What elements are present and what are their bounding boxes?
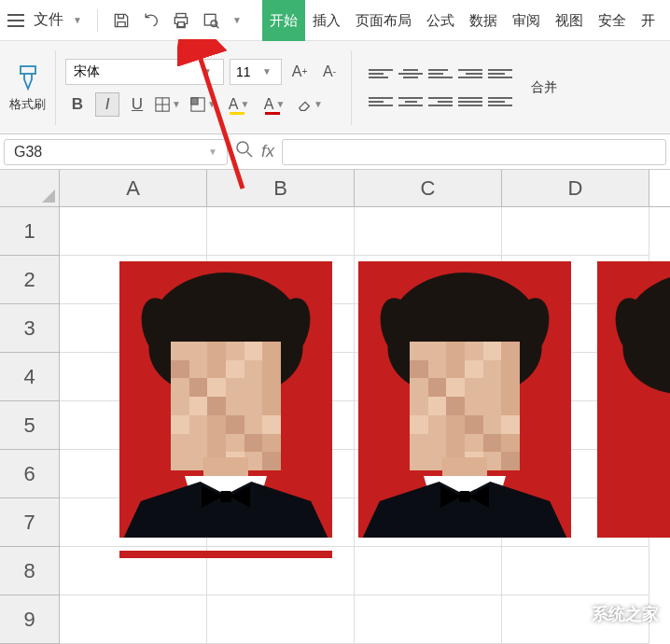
column-header[interactable]: C xyxy=(355,170,502,206)
separator xyxy=(351,50,352,125)
row-header[interactable]: 8 xyxy=(0,547,60,595)
cell[interactable] xyxy=(207,207,355,256)
id-photo[interactable] xyxy=(358,261,571,538)
chevron-down-icon: ▼ xyxy=(262,66,272,77)
chevron-down-icon: ▼ xyxy=(202,66,212,77)
separator xyxy=(97,9,98,32)
tab-bar: 开始 插入 页面布局 公式 数据 审阅 视图 安全 开 xyxy=(262,0,663,41)
save-icon[interactable] xyxy=(109,8,133,33)
fx-icon[interactable]: fx xyxy=(261,142,274,161)
row-header[interactable]: 6 xyxy=(0,450,60,498)
id-photo[interactable] xyxy=(597,261,670,538)
formula-input[interactable] xyxy=(282,139,666,165)
eraser-button[interactable]: ▼ xyxy=(297,92,327,117)
font-size-value: 11 xyxy=(236,64,251,79)
column-header[interactable]: B xyxy=(207,170,355,206)
indent-decrease-icon[interactable] xyxy=(458,64,482,83)
cell[interactable] xyxy=(207,595,355,644)
font-color-button[interactable]: A ▼ xyxy=(261,92,291,117)
align-middle-icon[interactable] xyxy=(398,64,423,83)
preview-icon[interactable] xyxy=(199,8,223,33)
svg-rect-4 xyxy=(21,66,35,74)
row-header[interactable]: 4 xyxy=(0,353,60,401)
cell[interactable] xyxy=(355,547,502,595)
align-justify-icon[interactable] xyxy=(458,92,482,111)
spreadsheet-grid: A B C D 123456789 xyxy=(0,170,670,644)
print-icon[interactable] xyxy=(169,8,193,33)
cell-reference: G38 xyxy=(14,144,42,161)
highlight-button[interactable]: A ▼ xyxy=(226,92,256,117)
tab-data[interactable]: 数据 xyxy=(462,0,505,41)
name-box[interactable]: G38 ▼ xyxy=(4,139,228,165)
align-right-icon[interactable] xyxy=(428,92,453,111)
cell[interactable] xyxy=(60,595,207,644)
font-name-select[interactable]: 宋体 ▼ xyxy=(65,59,224,85)
tab-insert[interactable]: 插入 xyxy=(305,0,348,41)
italic-button[interactable]: I xyxy=(95,92,119,117)
align-left-icon[interactable] xyxy=(369,92,393,111)
grid-row: 1 xyxy=(0,207,670,256)
align-group xyxy=(369,64,512,111)
row-header[interactable]: 7 xyxy=(0,498,60,547)
cell[interactable] xyxy=(502,207,649,256)
tab-review[interactable]: 审阅 xyxy=(505,0,548,41)
chevron-down-icon[interactable]: ▼ xyxy=(73,15,82,25)
tab-formula[interactable]: 公式 xyxy=(419,0,462,41)
svg-rect-1 xyxy=(178,21,185,26)
indent-increase-icon[interactable] xyxy=(488,64,512,83)
align-bottom-icon[interactable] xyxy=(428,64,453,83)
cell[interactable] xyxy=(355,207,502,256)
border-button[interactable]: ▼ xyxy=(155,92,185,117)
watermark: 系统之家 xyxy=(552,597,659,631)
align-center-icon[interactable] xyxy=(398,92,423,111)
brush-icon xyxy=(13,63,43,92)
increase-font-icon[interactable]: A+ xyxy=(287,60,312,84)
chevron-down-icon: ▼ xyxy=(208,147,217,157)
column-header[interactable]: A xyxy=(60,170,207,206)
svg-rect-7 xyxy=(191,97,198,104)
zoom-icon[interactable] xyxy=(235,140,254,163)
id-photo[interactable] xyxy=(119,261,332,538)
font-group: 宋体 ▼ 11 ▼ A+ A- B I U ▼ ▼ A xyxy=(65,59,342,117)
svg-point-8 xyxy=(237,142,248,153)
cell[interactable] xyxy=(502,547,649,595)
row-header[interactable]: 1 xyxy=(0,207,60,256)
column-header[interactable]: D xyxy=(502,170,649,206)
column-header-row: A B C D xyxy=(0,170,670,207)
wrap-text-icon[interactable] xyxy=(488,92,512,111)
format-painter-group[interactable]: 格式刷 xyxy=(9,63,46,113)
ribbon: 格式刷 宋体 ▼ 11 ▼ A+ A- B I U ▼ xyxy=(0,41,670,134)
menubar: 文件 ▼ ▼ 开始 插入 页面布局 公式 数据 审阅 视图 安全 开 xyxy=(0,0,670,41)
font-name-value: 宋体 xyxy=(74,63,100,80)
hamburger-icon[interactable] xyxy=(7,14,24,27)
row-header[interactable]: 3 xyxy=(0,304,60,353)
row-header[interactable]: 5 xyxy=(0,401,60,450)
grid-row: 8 xyxy=(0,547,670,595)
cell[interactable] xyxy=(355,595,502,644)
tab-view[interactable]: 视图 xyxy=(548,0,591,41)
decrease-font-icon[interactable]: A- xyxy=(317,60,342,84)
separator xyxy=(55,50,56,125)
file-menu[interactable]: 文件 xyxy=(34,10,63,30)
row-header[interactable]: 2 xyxy=(0,256,60,304)
watermark-logo-icon xyxy=(552,597,586,631)
select-all-corner[interactable] xyxy=(0,170,60,206)
fill-border-button[interactable]: ▼ xyxy=(190,92,220,117)
id-photo-edge xyxy=(119,551,332,558)
chevron-down-icon[interactable]: ▼ xyxy=(232,15,242,25)
tab-pagelayout[interactable]: 页面布局 xyxy=(348,0,419,41)
underline-button[interactable]: U xyxy=(125,92,149,117)
watermark-text: 系统之家 xyxy=(592,603,659,625)
row-header[interactable]: 9 xyxy=(0,595,60,644)
tab-start[interactable]: 开始 xyxy=(262,0,305,41)
cell[interactable] xyxy=(60,207,207,256)
formula-bar-row: G38 ▼ fx xyxy=(0,134,670,170)
format-painter-label: 格式刷 xyxy=(9,96,46,113)
tab-dev[interactable]: 开 xyxy=(634,0,663,41)
bold-button[interactable]: B xyxy=(65,92,90,117)
undo-icon[interactable] xyxy=(139,8,163,33)
font-size-select[interactable]: 11 ▼ xyxy=(230,59,282,85)
align-top-icon[interactable] xyxy=(369,64,393,83)
merge-button[interactable]: 合并 xyxy=(531,79,557,96)
tab-security[interactable]: 安全 xyxy=(591,0,634,41)
